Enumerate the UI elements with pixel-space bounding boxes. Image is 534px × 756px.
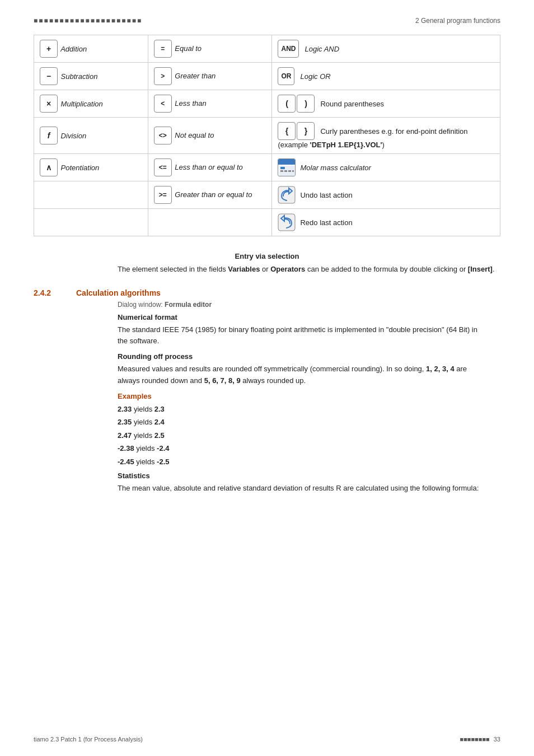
operator-desc: Logic AND — [305, 45, 339, 53]
operator-table: + Addition= Equal toANDLogic AND− Subtra… — [34, 35, 500, 236]
operator-desc: Molar mass calculator — [300, 164, 371, 172]
entry-selection-heading: Entry via selection — [235, 252, 299, 260]
table-row: Redo last action — [272, 209, 500, 236]
header-bar: ■■■■■■■■■■■■■■■■■■■■■ 2 General program … — [34, 17, 500, 25]
table-row: < Less than — [148, 90, 272, 118]
operator-btn[interactable]: ) — [297, 95, 315, 113]
col3-icon — [278, 186, 296, 204]
operator-name: Multiplication — [59, 100, 103, 108]
operator-btn[interactable]: AND — [278, 40, 299, 58]
operator-btn[interactable]: <> — [154, 127, 172, 144]
operator-name: Greater than or equal to — [173, 190, 252, 199]
operator-btn[interactable]: } — [297, 122, 315, 140]
operator-desc: Round parentheses — [320, 100, 383, 108]
operator-btn[interactable]: ∧ — [40, 158, 58, 176]
svg-rect-3 — [280, 170, 283, 172]
svg-rect-2 — [280, 167, 285, 169]
section-number: 2.4.2 — [34, 288, 67, 297]
rounding-off-heading: Rounding off process — [118, 352, 500, 361]
operator-btn[interactable]: < — [154, 95, 172, 113]
table-row: >= Greater than or equal to — [148, 181, 272, 209]
operator-btn[interactable]: OR — [278, 67, 294, 85]
dialog-label: Dialog window: Formula editor — [118, 301, 500, 309]
table-row: ∧ Potentiation — [34, 154, 148, 181]
numerical-format-heading: Numerical format — [118, 313, 500, 321]
operator-btn[interactable]: { — [278, 122, 296, 140]
col3-icon — [278, 158, 296, 176]
operator-btn[interactable]: <= — [154, 158, 172, 176]
footer-right: ■■■■■■■■ 33 — [460, 736, 500, 743]
rounding-off-para: Measured values and results are rounded … — [118, 363, 489, 386]
example-item: -2.38 yields -2.4 — [118, 443, 500, 454]
page: ■■■■■■■■■■■■■■■■■■■■■ 2 General program … — [0, 0, 534, 756]
footer-page: 33 — [494, 736, 500, 743]
operator-name: Less than — [173, 99, 207, 108]
undo-icon — [278, 186, 296, 204]
entry-selection-para: The element selected in the fields Varia… — [118, 264, 500, 275]
operator-btn[interactable]: = — [154, 40, 172, 58]
header-dots: ■■■■■■■■■■■■■■■■■■■■■ — [34, 17, 142, 25]
operator-name: Subtraction — [59, 72, 97, 81]
table-row: × Multiplication — [34, 90, 148, 118]
footer: tiamo 2.3 Patch 1 (for Process Analysis)… — [34, 736, 500, 743]
table-row: = Equal to — [148, 35, 272, 63]
operator-name: Not equal to — [173, 131, 214, 139]
operator-desc: Logic OR — [300, 72, 330, 81]
operator-desc: Undo last action — [300, 191, 352, 199]
molar-mass-icon — [278, 158, 296, 176]
svg-rect-4 — [284, 170, 287, 172]
footer-left: tiamo 2.3 Patch 1 (for Process Analysis) — [34, 736, 143, 743]
svg-rect-0 — [278, 159, 296, 165]
col3-icon: () — [278, 95, 316, 113]
table-row: Molar mass calculator — [272, 154, 500, 181]
table-row: ANDLogic AND — [272, 35, 500, 63]
redo-icon — [278, 213, 296, 231]
table-row: + Addition — [34, 35, 148, 63]
operator-btn[interactable]: + — [40, 40, 58, 58]
table-row: ()Round parentheses — [272, 90, 500, 118]
example-item: 2.47 yields 2.5 — [118, 430, 500, 441]
table-row: Undo last action — [272, 181, 500, 209]
header-section: 2 General program functions — [415, 17, 500, 25]
operator-btn[interactable]: × — [40, 95, 58, 113]
examples-list: 2.33 yields 2.32.35 yields 2.42.47 yield… — [34, 404, 500, 468]
numerical-format-para: The standard IEEE 754 (1985) for binary … — [118, 324, 489, 347]
operator-name: Less than or equal to — [173, 163, 243, 171]
col3-icon: {} — [278, 122, 316, 140]
operator-desc: Redo last action — [300, 218, 352, 227]
table-row: ORLogic OR — [272, 63, 500, 90]
svg-rect-6 — [292, 170, 294, 172]
col3-icon: AND — [278, 40, 300, 58]
operator-name: Equal to — [173, 44, 202, 53]
section-title: Calculation algorithms — [76, 288, 161, 297]
table-row: f Division — [34, 118, 148, 154]
operator-name: Potentiation — [59, 164, 99, 172]
footer-dots: ■■■■■■■■ — [460, 736, 490, 743]
example-item: 2.33 yields 2.3 — [118, 404, 500, 415]
statistics-heading: Statistics — [118, 472, 500, 480]
operator-name: Addition — [59, 45, 87, 53]
operator-name: Division — [59, 132, 86, 140]
table-row — [34, 181, 148, 209]
table-row: <= Less than or equal to — [148, 154, 272, 181]
operator-btn[interactable]: f — [40, 127, 58, 144]
col3-icon: OR — [278, 67, 296, 85]
example-item: 2.35 yields 2.4 — [118, 417, 500, 428]
svg-rect-5 — [288, 170, 291, 172]
operator-btn[interactable]: >= — [154, 186, 172, 204]
operator-btn[interactable]: > — [154, 67, 172, 85]
table-row — [148, 209, 272, 236]
example-item: -2.45 yields -2.5 — [118, 456, 500, 468]
table-row: − Subtraction — [34, 63, 148, 90]
statistics-para: The mean value, absolute and relative st… — [118, 483, 489, 494]
section-242-title-row: 2.4.2 Calculation algorithms — [34, 288, 500, 297]
operator-btn[interactable]: ( — [278, 95, 296, 113]
table-row: {}Curly parentheses e.g. for end-point d… — [272, 118, 500, 154]
col3-icon — [278, 213, 296, 231]
table-row: <> Not equal to — [148, 118, 272, 154]
operator-btn[interactable]: − — [40, 67, 58, 85]
examples-heading: Examples — [118, 392, 500, 400]
operator-name: Greater than — [173, 72, 216, 80]
table-row: > Greater than — [148, 63, 272, 90]
table-row — [34, 209, 148, 236]
